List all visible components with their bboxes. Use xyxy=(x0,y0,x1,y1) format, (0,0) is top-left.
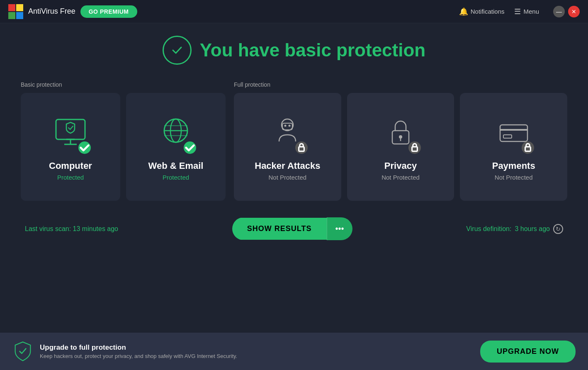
privacy-badge xyxy=(408,141,421,154)
basic-section-label: Basic protection xyxy=(21,81,226,88)
virus-def-label: Virus definition: xyxy=(466,225,511,233)
svg-rect-20 xyxy=(503,135,512,138)
titlebar-right: 🔔 Notifications ☰ Menu — ✕ xyxy=(459,6,580,17)
hacker-attacks-icon-wrap xyxy=(269,113,306,152)
protection-sections: Basic protection xyxy=(21,81,567,201)
card-web-email[interactable]: Web & Email Protected xyxy=(126,93,226,201)
hero-line1: You have xyxy=(200,40,285,60)
upgrade-bar-left: Upgrade to full protection Keep hackers … xyxy=(12,341,237,362)
upgrade-now-button[interactable]: UPGRADE NOW xyxy=(480,341,576,363)
go-premium-button[interactable]: GO PREMIUM xyxy=(80,5,137,18)
svg-rect-13 xyxy=(299,146,304,151)
bell-icon: 🔔 xyxy=(459,7,468,16)
notifications-nav[interactable]: 🔔 Notifications xyxy=(459,7,505,16)
full-section-label: Full protection xyxy=(234,81,567,88)
window-controls: — ✕ xyxy=(553,6,580,17)
basic-protection-section: Basic protection xyxy=(21,81,226,201)
svg-point-12 xyxy=(289,124,291,127)
privacy-card-status: Not Protected xyxy=(381,174,420,181)
web-email-card-status: Protected xyxy=(163,174,189,181)
card-payments[interactable]: Payments Not Protected xyxy=(460,93,567,201)
hero-section: You have basic protection xyxy=(21,36,567,65)
virus-def-time: 3 hours ago xyxy=(515,225,550,233)
hacker-attacks-card-status: Not Protected xyxy=(268,174,306,181)
payments-icon-wrap xyxy=(495,113,532,152)
svg-rect-17 xyxy=(412,146,418,151)
scan-buttons: SHOW RESULTS ••• xyxy=(232,217,352,240)
privacy-icon-wrap xyxy=(382,113,419,152)
refresh-icon[interactable]: ↻ xyxy=(553,224,563,234)
upgrade-shield-icon xyxy=(12,341,33,362)
full-cards-row: Hacker Attacks Not Protected xyxy=(234,93,567,201)
full-protection-section: Full protection xyxy=(234,81,567,201)
virus-definition: Virus definition: 3 hours ago ↻ xyxy=(466,224,563,234)
hero-checkmark-icon xyxy=(163,36,192,65)
upgrade-title: Upgrade to full protection xyxy=(40,343,237,352)
titlebar-left: AntiVirus Free GO PREMIUM xyxy=(8,4,137,19)
menu-icon: ☰ xyxy=(514,7,521,16)
main-content: You have basic protection Basic protecti… xyxy=(0,23,588,333)
close-button[interactable]: ✕ xyxy=(568,6,580,17)
scan-bar: Last virus scan: 13 minutes ago SHOW RES… xyxy=(21,217,567,240)
computer-card-status: Protected xyxy=(57,174,84,181)
card-privacy[interactable]: Privacy Not Protected xyxy=(347,93,454,201)
card-computer[interactable]: Computer Protected xyxy=(21,93,120,201)
notifications-label: Notifications xyxy=(471,8,505,15)
svg-point-15 xyxy=(399,135,402,139)
payments-card-status: Not Protected xyxy=(495,174,533,181)
upgrade-text: Upgrade to full protection Keep hackers … xyxy=(40,343,237,359)
avg-logo xyxy=(8,4,23,19)
svg-point-11 xyxy=(284,124,287,127)
last-scan-label: Last virus scan: xyxy=(25,225,73,232)
web-email-badge xyxy=(184,141,196,154)
menu-nav[interactable]: ☰ Menu xyxy=(514,7,539,16)
show-results-button[interactable]: SHOW RESULTS xyxy=(232,218,327,240)
web-email-icon-wrap xyxy=(157,113,194,152)
last-scan-time: 13 minutes ago xyxy=(73,225,118,232)
payments-badge xyxy=(522,141,534,154)
titlebar: AntiVirus Free GO PREMIUM 🔔 Notification… xyxy=(0,0,588,23)
menu-label: Menu xyxy=(523,8,539,15)
hacker-attacks-card-title: Hacker Attacks xyxy=(255,161,320,171)
basic-cards-row: Computer Protected xyxy=(21,93,226,201)
app-name: AntiVirus Free xyxy=(28,7,75,16)
computer-icon-wrap xyxy=(52,113,89,152)
hero-line2: basic protection xyxy=(284,40,425,60)
card-hacker-attacks[interactable]: Hacker Attacks Not Protected xyxy=(234,93,341,201)
svg-point-9 xyxy=(282,119,293,131)
more-options-button[interactable]: ••• xyxy=(327,217,352,240)
scan-info: Last virus scan: 13 minutes ago xyxy=(25,225,118,233)
computer-badge xyxy=(78,141,91,154)
hacker-attacks-badge xyxy=(295,141,308,154)
svg-rect-21 xyxy=(525,146,530,151)
upgrade-bar: Upgrade to full protection Keep hackers … xyxy=(0,333,588,370)
minimize-button[interactable]: — xyxy=(553,6,565,17)
upgrade-subtitle: Keep hackers out, protect your privacy, … xyxy=(40,353,237,359)
hero-text: You have basic protection xyxy=(200,40,425,61)
